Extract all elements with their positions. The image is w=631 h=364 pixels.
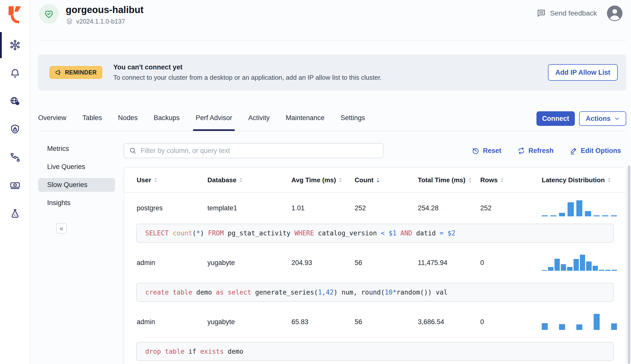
reminder-badge: REMINDER [49, 66, 102, 79]
sort-icon [468, 177, 472, 183]
edit-options-label: Edit Options [581, 147, 621, 155]
tab-backups[interactable]: Backups [154, 113, 180, 131]
cell-rows: 252 [480, 204, 542, 212]
query-text: drop table if exists demo [136, 342, 614, 361]
sidebar-item-labs[interactable] [0, 200, 30, 228]
cell-avg_time: 1.01 [291, 204, 355, 212]
megaphone-icon [55, 69, 62, 76]
add-ip-allow-list-button[interactable]: Add IP Allow List [548, 64, 618, 81]
histogram-bar [602, 215, 608, 216]
table-header-row: UserDatabaseAvg Time (ms)CountTotal Time… [124, 168, 626, 193]
cell-avg_time: 65.83 [291, 318, 355, 326]
edit-options-button[interactable]: Edit Options [570, 147, 621, 155]
reminder-banner: REMINDER You can't connect yet To connec… [38, 54, 626, 90]
histogram-bar [574, 259, 579, 271]
vertical-scrollbar[interactable] [628, 165, 630, 364]
column-label: Database [207, 176, 236, 184]
histogram-bar [585, 211, 591, 216]
yugabyte-logo[interactable] [7, 6, 23, 21]
refresh-button[interactable]: Refresh [517, 147, 554, 155]
tab-perf-advisor[interactable]: Perf Advisor [196, 113, 232, 131]
banner-title: You can't connect yet [113, 63, 382, 71]
histogram-bar [599, 270, 604, 271]
tab-tables[interactable]: Tables [83, 113, 102, 131]
histogram-bar [542, 323, 548, 330]
histogram-bar [612, 270, 617, 271]
latency-histogram [542, 314, 617, 330]
flow-icon [10, 152, 21, 163]
column-label: Total Time (ms) [418, 176, 465, 184]
collapse-glyph: « [59, 225, 63, 232]
histogram-bar [586, 261, 591, 271]
tab-nodes[interactable]: Nodes [118, 113, 138, 131]
column-header-avg-time-ms[interactable]: Avg Time (ms) [291, 176, 355, 184]
table-row[interactable]: adminyugabyte65.83563,686.540 [124, 302, 626, 342]
slow-queries-table: UserDatabaseAvg Time (ms)CountTotal Time… [124, 167, 626, 364]
left-nav-rail [0, 0, 30, 364]
table-row[interactable]: adminyugabyte204.935611,475.940 [124, 243, 626, 283]
histogram-bar [555, 259, 560, 271]
sidebar-item-security[interactable] [0, 115, 30, 143]
layers-icon [66, 18, 73, 25]
search-icon [129, 147, 137, 154]
histogram-bar [605, 270, 610, 271]
cell-database: yugabyte [207, 259, 291, 267]
reset-label: Reset [483, 147, 501, 155]
tab-overview[interactable]: Overview [38, 113, 66, 131]
subnav-item-live-queries[interactable]: Live Queries [38, 160, 115, 174]
header-divider [38, 40, 626, 41]
send-feedback-button[interactable]: Send feedback [536, 9, 597, 18]
reset-button[interactable]: Reset [472, 147, 501, 155]
column-header-count[interactable]: Count [355, 176, 418, 184]
cell-rows: 0 [480, 318, 542, 326]
histogram-bar [548, 267, 553, 271]
column-header-total-time-ms[interactable]: Total Time (ms) [418, 176, 480, 184]
latency-histogram [542, 255, 617, 271]
pencil-icon [570, 147, 578, 155]
tab-activity[interactable]: Activity [248, 113, 270, 131]
cell-total_time: 3,686.54 [418, 318, 480, 326]
histogram-bar [611, 215, 617, 216]
cluster-version: v2024.1.1.0-b137 [76, 18, 125, 25]
user-avatar[interactable] [607, 6, 622, 21]
histogram-bar [568, 202, 574, 216]
reminder-badge-label: REMINDER [65, 69, 97, 76]
chevron-down-icon [614, 116, 620, 121]
column-header-database[interactable]: Database [207, 176, 291, 184]
query-text: create table demo as select generate_ser… [136, 283, 614, 302]
tab-maintenance[interactable]: Maintenance [286, 113, 325, 131]
filter-input[interactable] [141, 147, 378, 155]
connect-button[interactable]: Connect [536, 111, 575, 126]
column-label: Latency Distribution [542, 176, 605, 184]
column-header-rows[interactable]: Rows [480, 176, 542, 184]
table-row[interactable]: postgrestemplate11.01252254.28252 [124, 193, 626, 224]
sidebar-item-billing[interactable] [0, 171, 30, 200]
histogram-bar [559, 324, 565, 330]
sidebar-item-integrations[interactable] [0, 143, 30, 171]
cell-user: postgres [137, 204, 207, 212]
sidebar-item-network[interactable] [0, 87, 30, 115]
sort-icon [376, 177, 380, 183]
sort-icon [239, 177, 243, 183]
collapse-sidebar-button[interactable]: « [56, 223, 67, 234]
column-header-latency-distribution[interactable]: Latency Distribution [542, 176, 626, 184]
histogram-bar [580, 255, 585, 271]
histogram-bar [550, 215, 556, 216]
column-label: User [137, 176, 151, 184]
column-label: Count [355, 176, 373, 184]
column-header-user[interactable]: User [137, 176, 207, 184]
column-label: Rows [480, 176, 498, 184]
sidebar-item-clusters[interactable] [0, 31, 30, 59]
subnav-item-insights[interactable]: Insights [38, 196, 115, 210]
cluster-icon [10, 40, 21, 51]
subnav-item-slow-queries[interactable]: Slow Queries [38, 178, 115, 192]
refresh-icon [517, 147, 525, 155]
subnav-item-metrics[interactable]: Metrics [38, 142, 115, 156]
sidebar-item-alerts[interactable] [0, 59, 30, 87]
actions-dropdown-button[interactable]: Actions [579, 111, 626, 126]
query-text: SELECT count(*) FROM pg_stat_activity WH… [136, 224, 614, 243]
tab-settings[interactable]: Settings [341, 113, 365, 131]
cell-user: admin [137, 259, 207, 267]
sort-icon [500, 177, 504, 183]
histogram-bar [542, 270, 547, 271]
